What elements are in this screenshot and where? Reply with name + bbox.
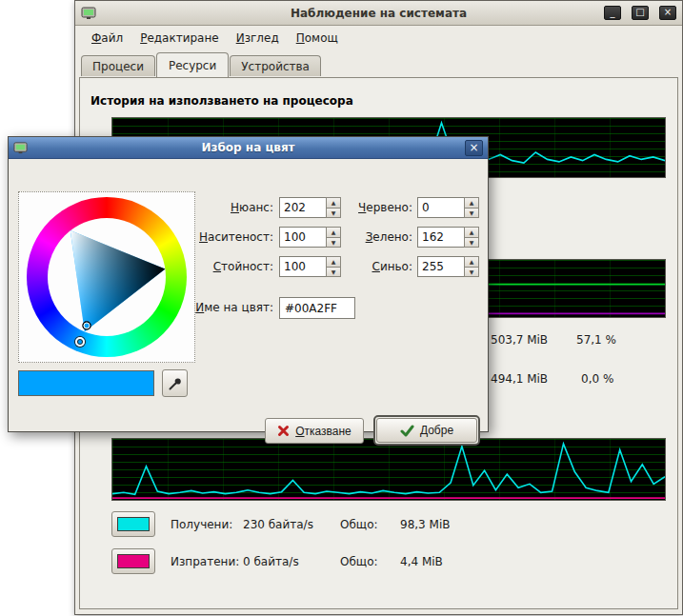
ok-check-icon [400,425,414,437]
color-preview [18,370,154,396]
window-controls: _ □ × [604,6,676,20]
swap-percent: 0,0 % [581,372,613,386]
blue-up-icon[interactable]: ▲ [464,256,479,268]
saturation-spinner[interactable]: ▲▼ [279,227,341,248]
received-color-swatch [117,517,150,531]
red-down-icon[interactable]: ▼ [464,209,479,219]
hue-ring-selector[interactable] [75,337,85,347]
dialog-body: Нюанс: ▲▼ Наситеност: ▲▼ Стойност: ▲▼ Че… [9,159,488,431]
tab-resources[interactable]: Ресурси [156,52,229,77]
received-color-button[interactable] [111,511,155,537]
red-spinner[interactable]: ▲▼ [417,197,479,218]
received-total-label: Общо: [340,518,400,531]
cpu-section-title: История на използването на процесора [90,94,353,108]
sent-total: 4,4 MiB [400,555,609,568]
value-label: Стойност: [151,260,273,273]
sent-legend-row: Изпратени: 0 байта/s Общо: 4,4 MiB [171,548,609,574]
network-history-chart [111,438,666,501]
menu-help[interactable]: Помощ [288,28,347,49]
dialog-titlebar[interactable]: Избор на цвят × [9,137,488,159]
main-titlebar[interactable]: Наблюдение на системата _ □ × [75,1,682,26]
memory-amount: 503,7 MiB [491,333,548,347]
red-label: Червено: [336,201,412,214]
ok-button-default-frame: Добре [373,415,480,446]
sent-color-button[interactable] [111,548,155,574]
blue-down-icon[interactable]: ▼ [464,268,479,278]
cancel-x-icon [277,425,290,437]
hue-input[interactable] [279,197,326,218]
sent-rate: 0 байта/s [243,555,340,568]
menu-view[interactable]: Изглед [228,28,288,49]
green-up-icon[interactable]: ▲ [464,227,479,238]
saturation-input[interactable] [279,227,326,248]
saturation-label: Наситеност: [151,230,273,244]
menu-file[interactable]: Файл [83,28,131,49]
sent-total-label: Общо: [340,555,400,568]
swap-amount: 494,1 MiB [491,372,548,386]
dialog-close-icon[interactable]: × [465,140,483,156]
close-icon[interactable]: × [659,6,676,20]
received-total: 98,3 MiB [400,518,609,531]
network-received-line [112,444,665,494]
sent-label: Изпратени: [171,555,243,568]
green-label: Зелено: [336,230,412,244]
color-name-input[interactable] [279,297,355,319]
hue-wheel[interactable] [27,197,187,357]
minimize-icon[interactable]: _ [604,6,621,20]
sv-triangle[interactable] [27,197,187,357]
green-spinner[interactable]: ▲▼ [417,227,479,248]
eyedropper-button[interactable] [162,369,188,397]
green-down-icon[interactable]: ▼ [464,238,479,248]
received-rate: 230 байта/s [243,518,340,531]
desktop: Наблюдение на системата _ □ × Файл Редак… [0,0,683,616]
hue-label: Нюанс: [151,201,273,214]
received-label: Получени: [171,518,243,531]
eyedropper-icon [168,376,183,391]
cancel-button[interactable]: Отказване [265,418,364,444]
color-wheel-frame [18,191,195,363]
blue-spinner[interactable]: ▲▼ [417,256,479,277]
color-picker-dialog: Избор на цвят × [8,136,489,432]
menu-edit[interactable]: Редактиране [131,28,228,49]
memory-percent: 57,1 % [576,333,616,347]
maximize-icon[interactable]: □ [632,6,649,20]
received-legend-row: Получени: 230 байта/s Общо: 98,3 MiB [171,511,609,537]
hue-spinner[interactable]: ▲▼ [279,197,341,218]
color-name-label: Име на цвят: [151,301,273,314]
red-up-icon[interactable]: ▲ [464,197,479,209]
tab-processes[interactable]: Процеси [81,55,155,76]
blue-label: Синьо: [336,260,412,273]
tab-devices[interactable]: Устройства [230,55,321,76]
value-input[interactable] [279,256,326,277]
ok-button[interactable]: Добре [376,418,477,443]
dialog-title: Избор на цвят [9,141,488,154]
green-input[interactable] [417,227,464,248]
menubar: Файл Редактиране Изглед Помощ [75,26,682,50]
tabstrip: Процеси Ресурси Устройства [81,52,322,76]
blue-input[interactable] [417,256,464,277]
red-input[interactable] [417,197,464,218]
window-title: Наблюдение на системата [75,7,682,20]
value-spinner[interactable]: ▲▼ [279,256,341,277]
sent-color-swatch [117,554,150,568]
